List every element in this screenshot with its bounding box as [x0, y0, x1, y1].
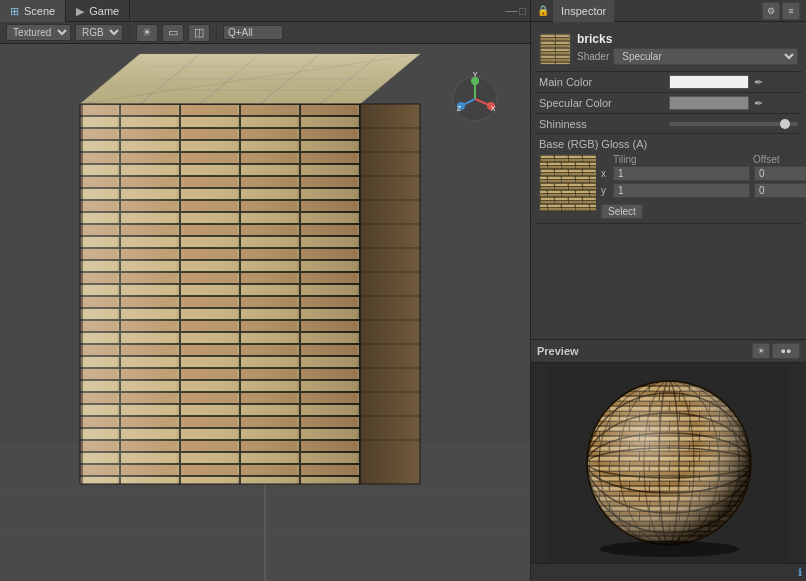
preview-section: Preview ☀ ●● — [531, 339, 806, 563]
inspector-lock-icon: 🔒 — [537, 5, 549, 16]
shininess-label: Shininess — [539, 118, 669, 130]
inspector-panel: 🔒 Inspector ⚙ ≡ — [530, 0, 806, 581]
shininess-slider[interactable] — [669, 122, 798, 126]
main-color-label: Main Color — [539, 76, 669, 88]
scene-search-input[interactable] — [223, 25, 283, 40]
preview-viewport — [531, 363, 806, 563]
inspector-menu-icon[interactable]: ≡ — [782, 2, 800, 20]
preview-controls: ☀ ●● — [752, 343, 800, 359]
tab-scene[interactable]: ⊞ Scene — [0, 0, 66, 22]
layers-toolbar-btn[interactable]: ◫ — [188, 24, 210, 42]
toolbar-sep-1 — [129, 25, 130, 41]
texture-thumb[interactable] — [539, 154, 595, 210]
material-name: bricks — [577, 32, 798, 46]
scene-panel: ⊞ Scene ▶ Game — □ Text — [0, 0, 530, 581]
main-color-value: ✒ — [669, 75, 798, 89]
inspector-tab-area: 🔒 Inspector — [537, 0, 758, 22]
screen-toolbar-btn[interactable]: ▭ — [162, 24, 184, 42]
sun-toolbar-btn[interactable]: ☀ — [136, 24, 158, 42]
svg-text:Y: Y — [473, 71, 478, 78]
base-rgb-label: Base (RGB) Gloss (A) — [539, 138, 798, 150]
offset-x-input[interactable] — [754, 166, 806, 181]
tiling-table: Tiling Offset x y — [601, 154, 806, 219]
svg-point-146 — [599, 541, 739, 557]
svg-point-61 — [471, 77, 479, 85]
material-icon[interactable] — [539, 33, 571, 65]
shader-label: Shader — [577, 51, 609, 62]
inspector-tab[interactable]: Inspector — [553, 0, 614, 22]
tiling-column-header: Tiling — [613, 154, 751, 165]
tiling-y-input[interactable] — [613, 183, 750, 198]
game-tab-icon: ▶ — [76, 5, 84, 18]
main-color-row: Main Color ✒ — [535, 72, 802, 93]
scene-maximize-icon[interactable]: □ — [519, 5, 526, 17]
shader-select[interactable]: Specular — [613, 48, 798, 65]
tab-bar-spacer — [130, 0, 501, 21]
specular-color-value: ✒ — [669, 96, 798, 110]
svg-point-144 — [587, 381, 751, 545]
preview-header: Preview ☀ ●● — [531, 340, 806, 363]
svg-rect-42 — [360, 104, 420, 484]
tiling-headers: Tiling Offset — [601, 154, 806, 165]
offset-y-input[interactable] — [754, 183, 806, 198]
material-icon-svg — [540, 34, 570, 64]
preview-sphere-svg — [549, 366, 789, 561]
shininess-slider-thumb[interactable] — [780, 119, 790, 129]
preview-circles-btn[interactable]: ●● — [772, 343, 800, 359]
base-rgb-gloss-row: Base (RGB) Gloss (A) — [535, 134, 802, 224]
inspector-tab-label: Inspector — [561, 5, 606, 17]
inspector-status-bar: ℹ — [531, 563, 806, 581]
shininess-value — [669, 122, 798, 126]
shininess-row: Shininess — [535, 114, 802, 134]
material-info: bricks Shader Specular — [577, 32, 798, 65]
texture-container: Tiling Offset x y — [539, 154, 798, 219]
svg-text:Z: Z — [457, 105, 462, 112]
scene-tab-label: Scene — [24, 5, 55, 17]
scene-minimize-icon[interactable]: — — [505, 4, 517, 18]
texture-thumb-svg — [540, 155, 596, 211]
scene-tab-bar: ⊞ Scene ▶ Game — □ — [0, 0, 530, 22]
tab-game[interactable]: ▶ Game — [66, 0, 130, 22]
scene-toolbar: Textured RGB ☀ ▭ ◫ — [0, 22, 530, 44]
material-header: bricks Shader Specular — [535, 26, 802, 72]
app-container: ⊞ Scene ▶ Game — □ Text — [0, 0, 806, 581]
specular-color-row: Specular Color ✒ — [535, 93, 802, 114]
svg-text:X: X — [491, 105, 496, 112]
svg-marker-40 — [80, 54, 420, 104]
toolbar-sep-2 — [216, 25, 217, 41]
scene-viewport: Y X Z — [0, 44, 530, 581]
inspector-info-icon[interactable]: ℹ — [798, 566, 802, 579]
main-color-swatch[interactable] — [669, 75, 749, 89]
scene-svg: Y X Z — [0, 44, 530, 581]
y-axis-label: y — [601, 185, 611, 196]
main-color-eyedropper[interactable]: ✒ — [752, 76, 765, 89]
scene-tab-icon: ⊞ — [10, 5, 19, 18]
shininess-slider-container — [669, 122, 798, 126]
inspector-tab-bar: 🔒 Inspector ⚙ ≡ — [531, 0, 806, 22]
scene-tab-controls: — □ — [501, 0, 530, 21]
inspector-header-icons: ⚙ ≡ — [762, 2, 800, 20]
svg-rect-25 — [80, 104, 360, 484]
preview-sun-btn[interactable]: ☀ — [752, 343, 770, 359]
x-axis-label: x — [601, 168, 611, 179]
select-button[interactable]: Select — [601, 204, 643, 219]
inspector-content: bricks Shader Specular Main Color — [531, 22, 806, 339]
game-tab-label: Game — [89, 5, 119, 17]
tiling-x-row: x — [601, 166, 806, 181]
inspector-settings-icon[interactable]: ⚙ — [762, 2, 780, 20]
tiling-x-input[interactable] — [613, 166, 750, 181]
specular-color-eyedropper[interactable]: ✒ — [752, 97, 765, 110]
specular-color-label: Specular Color — [539, 97, 669, 109]
tiling-y-row: y — [601, 183, 806, 198]
offset-column-header: Offset — [753, 154, 806, 165]
svg-rect-83 — [540, 34, 570, 64]
specular-color-swatch[interactable] — [669, 96, 749, 110]
shader-row: Shader Specular — [577, 48, 798, 65]
preview-title: Preview — [537, 345, 579, 357]
display-mode-select[interactable]: Textured — [6, 24, 71, 41]
color-mode-select[interactable]: RGB — [75, 24, 123, 41]
